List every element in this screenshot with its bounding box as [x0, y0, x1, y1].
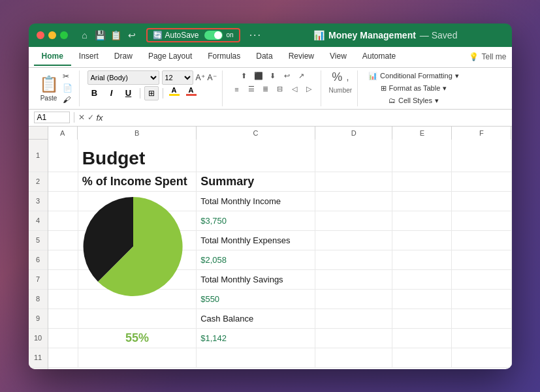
cell-e4[interactable]: [392, 211, 452, 230]
highlight-color-button[interactable]: A: [167, 86, 182, 100]
row-num-11[interactable]: 11: [29, 348, 48, 368]
col-header-c[interactable]: C: [197, 127, 315, 140]
bold-button[interactable]: B: [87, 86, 102, 100]
row-num-10[interactable]: 10: [29, 329, 48, 348]
cell-f9[interactable]: [452, 309, 511, 328]
align-left-button[interactable]: ≡: [230, 83, 244, 95]
cell-a7[interactable]: [48, 270, 78, 289]
cell-d9[interactable]: [315, 309, 392, 328]
cell-b9[interactable]: [78, 309, 197, 328]
cell-c11[interactable]: [197, 348, 315, 367]
row-num-6[interactable]: 6: [29, 250, 48, 270]
merge-cells-button[interactable]: ⊟: [274, 83, 287, 95]
format-painter-button[interactable]: 🖌: [61, 95, 74, 105]
row-num-7[interactable]: 7: [29, 270, 48, 290]
cell-a5[interactable]: [48, 231, 78, 250]
tab-review[interactable]: Review: [281, 48, 322, 66]
cell-b1[interactable]: Budget: [78, 140, 197, 172]
cell-styles-button[interactable]: 🗂 Cell Styles ▾: [386, 95, 441, 106]
cell-a1[interactable]: [48, 140, 78, 172]
cell-c1[interactable]: [197, 140, 315, 172]
indent-decrease-button[interactable]: ◁: [288, 83, 301, 95]
row-num-2[interactable]: 2: [29, 172, 48, 192]
cell-d3[interactable]: [315, 192, 392, 211]
cell-c5[interactable]: Total Monthly Expenses: [197, 231, 315, 250]
font-family-select[interactable]: Arial (Body): [87, 70, 159, 85]
font-color-button[interactable]: A: [184, 86, 199, 100]
cell-c8[interactable]: $550: [197, 290, 315, 309]
cell-e8[interactable]: [392, 290, 452, 309]
align-center-button[interactable]: ☰: [245, 83, 258, 95]
col-header-d[interactable]: D: [315, 127, 392, 140]
italic-button[interactable]: I: [104, 86, 119, 100]
cell-b11[interactable]: [78, 348, 197, 367]
cell-f10[interactable]: [452, 329, 511, 348]
cell-b10[interactable]: 55%: [78, 329, 197, 348]
cell-d6[interactable]: [315, 250, 392, 269]
cell-c10[interactable]: $1,142: [197, 329, 315, 348]
cell-reference[interactable]: A1: [34, 112, 70, 123]
cell-c6[interactable]: $2,058: [197, 250, 315, 269]
cell-b2[interactable]: % of Income Spent: [78, 172, 197, 191]
cancel-formula-icon[interactable]: ✕: [78, 113, 85, 123]
cell-d7[interactable]: [315, 270, 392, 289]
indent-increase-button[interactable]: ▷: [302, 83, 315, 95]
align-middle-button[interactable]: ⬛: [252, 70, 265, 82]
tab-insert[interactable]: Insert: [71, 48, 106, 66]
cell-b3[interactable]: [78, 192, 197, 211]
paste-button[interactable]: 📋 Paste: [39, 75, 59, 102]
cell-c3[interactable]: Total Monthly Income: [197, 192, 315, 211]
cell-d1[interactable]: [315, 140, 392, 172]
font-size-select[interactable]: 12: [162, 70, 193, 85]
tab-view[interactable]: View: [322, 48, 355, 66]
cell-a6[interactable]: [48, 250, 78, 269]
cell-c4[interactable]: $3,750: [197, 211, 315, 230]
cell-f1[interactable]: [452, 140, 511, 172]
cell-d2[interactable]: [315, 172, 392, 191]
autosave-toggle[interactable]: [204, 31, 223, 40]
cell-e9[interactable]: [392, 309, 452, 328]
cell-e1[interactable]: [392, 140, 452, 172]
row-num-8[interactable]: 8: [29, 290, 48, 309]
cell-e3[interactable]: [392, 192, 452, 211]
cell-d8[interactable]: [315, 290, 392, 309]
cell-e5[interactable]: [392, 231, 452, 250]
save-icon[interactable]: 💾: [94, 29, 107, 42]
cell-a11[interactable]: [48, 348, 78, 367]
tab-draw[interactable]: Draw: [106, 48, 140, 66]
cell-f3[interactable]: [452, 192, 511, 211]
row-num-4[interactable]: 4: [29, 211, 48, 231]
format-as-table-button[interactable]: ⊞ Format as Table ▾: [378, 83, 450, 94]
tab-data[interactable]: Data: [248, 48, 280, 66]
wrap-text-button[interactable]: ↩: [281, 70, 294, 82]
row-num-5[interactable]: 5: [29, 231, 48, 250]
cell-f6[interactable]: [452, 250, 511, 269]
col-header-f[interactable]: F: [452, 127, 511, 140]
col-header-b[interactable]: B: [78, 127, 197, 140]
cell-e10[interactable]: [392, 329, 452, 348]
confirm-formula-icon[interactable]: ✓: [87, 113, 94, 123]
maximize-button[interactable]: [60, 31, 68, 39]
cell-c2[interactable]: Summary: [197, 172, 315, 191]
cell-a3[interactable]: [48, 192, 78, 211]
cell-f4[interactable]: [452, 211, 511, 230]
cell-f8[interactable]: [452, 290, 511, 309]
autosave-area[interactable]: 🔄 AutoSave on: [146, 28, 240, 42]
align-top-button[interactable]: ⬆: [238, 70, 251, 82]
tell-me-area[interactable]: 💡 Tell me: [469, 52, 506, 61]
more-options-button[interactable]: ···: [249, 29, 262, 41]
tab-home[interactable]: Home: [34, 48, 71, 66]
font-size-increase[interactable]: A⁺: [196, 73, 205, 82]
row-num-9[interactable]: 9: [29, 309, 48, 329]
cell-e6[interactable]: [392, 250, 452, 269]
cell-d5[interactable]: [315, 231, 392, 250]
col-header-e[interactable]: E: [392, 127, 452, 140]
cell-a8[interactable]: [48, 290, 78, 309]
orientation-button[interactable]: ↗: [295, 70, 308, 82]
home-icon[interactable]: ⌂: [78, 29, 91, 42]
cell-f2[interactable]: [452, 172, 511, 191]
cell-c9[interactable]: Cash Balance: [197, 309, 315, 328]
cell-e2[interactable]: [392, 172, 452, 191]
cell-c7[interactable]: Total Monthly Savings: [197, 270, 315, 289]
cell-a2[interactable]: [48, 172, 78, 191]
